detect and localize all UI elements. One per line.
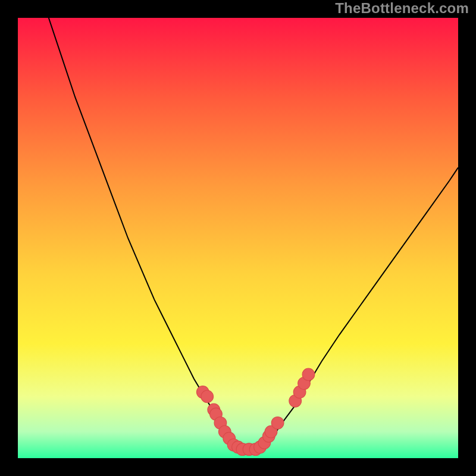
data-marker <box>302 368 315 381</box>
bottleneck-chart <box>18 18 458 458</box>
data-marker <box>201 390 214 403</box>
chart-frame: TheBottleneck.com <box>0 0 476 476</box>
data-marker <box>271 416 284 429</box>
watermark-text: TheBottleneck.com <box>335 0 469 17</box>
plot-area <box>18 18 458 458</box>
gradient-background <box>18 18 458 458</box>
